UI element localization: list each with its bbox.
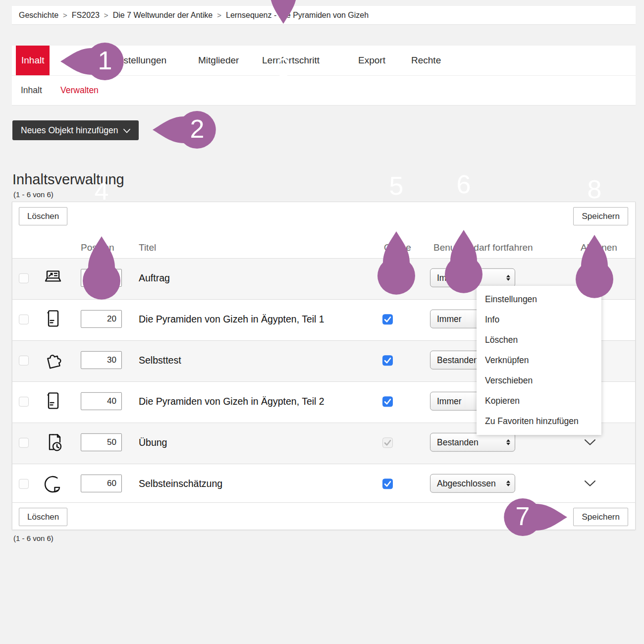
online-checkbox[interactable]: [382, 396, 393, 407]
online-checkbox: [382, 273, 393, 283]
item-title: Auftrag: [139, 272, 170, 284]
tab-export[interactable]: Export: [358, 46, 385, 75]
row-actions-chevron-icon[interactable]: [584, 480, 596, 488]
position-input[interactable]: [81, 475, 122, 492]
page-title: Inhaltsverwaltung: [12, 171, 124, 188]
row-select-checkbox[interactable]: [19, 397, 29, 407]
online-checkbox[interactable]: [382, 355, 393, 366]
result-count-top: (1 - 6 von 6): [13, 190, 54, 199]
result-count-bottom: (1 - 6 von 6): [13, 534, 54, 542]
item-title: Die Pyramiden von Gizeh in Ägypten, Teil…: [139, 314, 324, 325]
tab-lernfortschritt[interactable]: Lernfortschritt: [262, 46, 320, 75]
continue-select[interactable]: Bestanden: [430, 433, 515, 452]
save-button-bottom[interactable]: Speichern: [573, 508, 628, 526]
row-select-checkbox[interactable]: [19, 273, 29, 283]
table-header: Position Titel Online Benutzer darf fort…: [12, 238, 635, 258]
position-input[interactable]: [81, 433, 122, 451]
online-checkbox[interactable]: [382, 479, 393, 489]
annotation-pin-number: 6: [457, 169, 471, 199]
test-puzzle-icon: [42, 349, 64, 371]
row-select-checkbox[interactable]: [19, 479, 29, 489]
item-title: Selbsttest: [139, 355, 181, 366]
row-select-checkbox[interactable]: [19, 356, 29, 366]
assignment-icon: [42, 267, 64, 288]
page: Geschichte>FS2023>Die 7 Weltwunder der A…: [0, 0, 644, 644]
chevron-down-icon: [123, 125, 130, 136]
breadcrumb-separator: >: [104, 11, 108, 19]
continue-select[interactable]: Abgeschlossen: [430, 474, 515, 493]
continue-select[interactable]: Immer: [430, 268, 515, 287]
annotation-pin-number: 2: [190, 114, 205, 144]
position-input[interactable]: [81, 310, 122, 328]
online-checkbox: [382, 437, 393, 448]
table-row: Selbsteinschätzung Abgeschlossen: [12, 464, 635, 505]
select-updown-icon: [506, 481, 510, 486]
subtab-verwalten[interactable]: Verwalten: [60, 76, 99, 105]
add-object-button[interactable]: Neues Objekt hinzufügen: [12, 120, 139, 140]
learning-module-icon: [42, 308, 64, 329]
position-input[interactable]: [81, 269, 122, 287]
tab-einstellungen[interactable]: Einstellungen: [110, 46, 166, 75]
breadcrumb: Geschichte>FS2023>Die 7 Weltwunder der A…: [12, 6, 636, 25]
learning-module-icon: [42, 390, 64, 412]
breadcrumb-item[interactable]: Geschichte: [19, 11, 58, 20]
self-assessment-icon: [42, 472, 64, 494]
menu-item[interactable]: Verknüpfen: [477, 350, 601, 371]
menu-item[interactable]: Info: [477, 310, 601, 330]
row-actions-chevron-icon[interactable]: [584, 439, 596, 447]
menu-item[interactable]: Kopieren: [477, 391, 601, 411]
actions-menu: EinstellungenInfoLöschenVerknüpfenVersch…: [477, 286, 601, 435]
menu-item[interactable]: Zu Favoriten hinzufügen: [477, 411, 601, 431]
menu-item[interactable]: Verschieben: [477, 371, 601, 391]
row-select-checkbox[interactable]: [19, 315, 29, 324]
tab-mitglieder[interactable]: Mitglieder: [198, 46, 239, 75]
table-footer: [12, 502, 635, 530]
select-updown-icon: [506, 439, 510, 445]
subtab-inhalt[interactable]: Inhalt: [21, 76, 42, 105]
breadcrumb-item[interactable]: Lernsequenz - Die Pyramiden von Gizeh: [226, 11, 369, 20]
exercise-icon: [42, 431, 64, 453]
menu-item[interactable]: Löschen: [477, 330, 601, 350]
breadcrumb-item[interactable]: Die 7 Weltwunder der Antike: [113, 11, 213, 20]
position-input[interactable]: [81, 392, 122, 410]
annotation-pin-number: 5: [389, 171, 404, 201]
breadcrumb-separator: >: [63, 11, 67, 19]
main-tab-bar: InhaltEinstellungenMitgliederLernfortsch…: [12, 46, 636, 76]
row-actions-chevron-icon[interactable]: [584, 274, 596, 282]
annotation-pin-2: [153, 111, 216, 149]
row-select-checkbox[interactable]: [19, 438, 29, 448]
sub-tab-bar: InhaltVerwalten: [12, 76, 636, 106]
item-title: Übung: [139, 437, 167, 448]
annotation-pin-number: 8: [588, 174, 602, 204]
breadcrumb-separator: >: [217, 11, 221, 19]
position-input[interactable]: [81, 351, 122, 369]
delete-button-bottom[interactable]: Löschen: [19, 508, 67, 526]
tab-rechte[interactable]: Rechte: [411, 46, 441, 75]
save-button-top[interactable]: Speichern: [573, 207, 628, 225]
add-object-label: Neues Objekt hinzufügen: [21, 125, 118, 136]
column-header-title: Titel: [139, 242, 156, 253]
column-header-online: Online: [384, 242, 411, 253]
select-updown-icon: [506, 275, 510, 281]
tab-inhalt[interactable]: Inhalt: [16, 46, 50, 75]
column-header-position: Position: [81, 242, 114, 253]
menu-item[interactable]: Einstellungen: [477, 289, 601, 310]
item-title: Die Pyramiden von Gizeh in Ägypten, Teil…: [139, 396, 324, 407]
breadcrumb-item[interactable]: FS2023: [72, 11, 100, 20]
column-header-actions: Aktionen: [581, 242, 617, 253]
column-header-continue: Benutzer darf fortfahren: [433, 242, 533, 253]
item-title: Selbsteinschätzung: [139, 478, 222, 489]
online-checkbox[interactable]: [382, 314, 393, 324]
delete-button-top[interactable]: Löschen: [19, 207, 67, 225]
